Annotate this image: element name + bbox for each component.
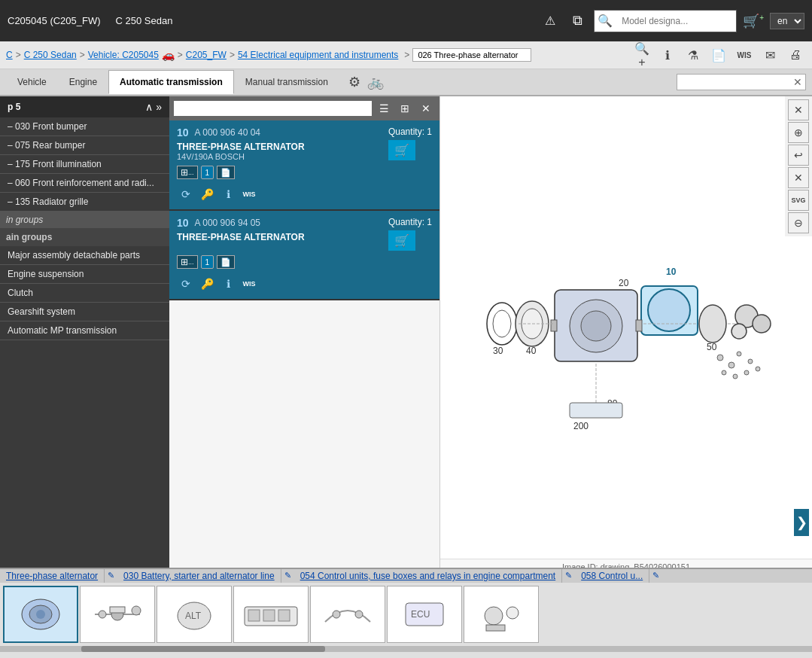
filter-icon[interactable]: ⚗ bbox=[683, 44, 704, 65]
thumb-label-3[interactable]: 058 Control u... bbox=[575, 569, 649, 583]
top-bar-right: ⚠ ⧉ 🔍 🛒+ en bbox=[540, 10, 804, 32]
svg-point-39 bbox=[36, 610, 45, 619]
part-1-key-icon[interactable]: 🔑 bbox=[198, 185, 216, 203]
print-icon[interactable]: 🖨 bbox=[785, 44, 806, 65]
thumb-label-0[interactable]: Three-phase alternator bbox=[0, 569, 105, 583]
sidebar-item-front-reinf[interactable]: – 060 Front reinforcement and radi... bbox=[0, 174, 169, 193]
chapter-dropdown[interactable]: 026 Three-phase alternator bbox=[412, 48, 531, 62]
thumb-label-2[interactable]: 054 Control units, fuse boxes and relays… bbox=[294, 569, 563, 583]
tab-manual-transmission[interactable]: Manual transmission bbox=[234, 70, 339, 94]
thumb-label-1-edit[interactable]: ✎ bbox=[281, 569, 294, 583]
tab-vehicle[interactable]: Vehicle bbox=[6, 70, 58, 94]
breadcrumb-vehicle[interactable]: Vehicle: C205045 bbox=[88, 50, 159, 60]
thumb-label-2-edit[interactable]: ✎ bbox=[562, 569, 575, 583]
part-2-badge[interactable]: 1 bbox=[201, 255, 214, 269]
part-2-table-icon[interactable]: ⊞ ... bbox=[177, 255, 198, 269]
image-cross-icon[interactable]: ✕ bbox=[788, 167, 809, 188]
sidebar-item-auto-mp[interactable]: Automatic MP transmission bbox=[0, 321, 169, 340]
sidebar-item-front-illum[interactable]: – 175 Front illumination bbox=[0, 155, 169, 174]
copy-icon[interactable]: ⧉ bbox=[567, 11, 588, 32]
part-2-refresh-icon[interactable]: ⟳ bbox=[177, 275, 195, 293]
sidebar-expand-btn[interactable]: » bbox=[156, 101, 162, 113]
thumb-label-1[interactable]: 030 Battery, starter and alternator line bbox=[117, 569, 281, 583]
image-undo-icon[interactable]: ↩ bbox=[788, 145, 809, 166]
tab-search-input[interactable] bbox=[680, 77, 793, 87]
model-search-input[interactable] bbox=[616, 13, 736, 29]
sidebar-item-rad-grille[interactable]: – 135 Radiator grille bbox=[0, 193, 169, 212]
part-2-info-icon[interactable]: ℹ bbox=[219, 275, 237, 293]
part-1-wis-icon[interactable]: WIS bbox=[240, 185, 258, 203]
sidebar-item-front-bumper[interactable]: – 030 Front bumper bbox=[0, 117, 169, 136]
thumb-item-5[interactable] bbox=[464, 586, 539, 643]
part-1-table-icon[interactable]: ⊞ ... bbox=[177, 166, 198, 179]
language-selector[interactable]: en bbox=[770, 13, 804, 29]
sidebar-item-gearshift[interactable]: Gearshift system bbox=[0, 303, 169, 321]
part-1-info-icon[interactable]: ℹ bbox=[219, 185, 237, 203]
thumb-item-1b[interactable]: ALT bbox=[157, 586, 232, 643]
thumb-item-4[interactable]: ECU bbox=[387, 586, 462, 643]
email-icon[interactable]: ✉ bbox=[759, 44, 780, 65]
sidebar-item-engine-susp[interactable]: Engine suspension bbox=[0, 265, 169, 284]
parts-close-icon[interactable]: ✕ bbox=[417, 99, 435, 117]
top-bar: C205045 (C205_FW) C 250 Sedan ⚠ ⧉ 🔍 🛒+ e… bbox=[0, 0, 812, 41]
breadcrumb-model[interactable]: C 250 Sedan bbox=[24, 50, 77, 60]
sidebar-item-clutch[interactable]: Clutch bbox=[0, 284, 169, 303]
thumbnail-scrollbar[interactable] bbox=[0, 646, 812, 652]
parts-list-icon[interactable]: ☰ bbox=[375, 99, 393, 117]
sidebar-scroll[interactable]: – 030 Front bumper – 075 Rear bumper – 1… bbox=[0, 117, 169, 574]
part-2-cart-btn[interactable]: 🛒 bbox=[388, 230, 415, 251]
zoom-in-icon[interactable]: 🔍+ bbox=[631, 44, 652, 65]
image-zoom-out-icon[interactable]: ⊖ bbox=[788, 212, 809, 233]
image-close-top-btn[interactable]: ✕ bbox=[788, 99, 809, 120]
svg-point-35 bbox=[756, 367, 760, 371]
parts-search-input[interactable] bbox=[174, 101, 372, 116]
tab-engine[interactable]: Engine bbox=[58, 70, 108, 94]
image-toolbar: ✕ ⊕ ↩ ✕ SVG ⊖ bbox=[785, 96, 812, 236]
image-svg-icon[interactable]: SVG bbox=[788, 190, 809, 211]
wis-icon[interactable]: WIS bbox=[734, 44, 755, 65]
cart-icon[interactable]: 🛒+ bbox=[743, 13, 764, 29]
info-icon[interactable]: ℹ bbox=[657, 44, 678, 65]
image-nav-down[interactable]: ❯ bbox=[794, 509, 809, 536]
tab-search-clear[interactable]: ✕ bbox=[793, 76, 802, 88]
sidebar-controls: ∧ » bbox=[145, 101, 162, 113]
doc-icon[interactable]: 📄 bbox=[708, 44, 729, 65]
breadcrumb: C > C 250 Sedan > Vehicle: C205045 🚗 > C… bbox=[6, 48, 531, 62]
thumb-label-0-edit[interactable]: ✎ bbox=[105, 569, 117, 583]
vehicle-icon[interactable]: 🚗 bbox=[162, 49, 175, 61]
part-item-1: 10 A 000 906 40 04 THREE-PHASE ALTERNATO… bbox=[169, 120, 439, 211]
parts-toolbar: ☰ ⊞ ✕ bbox=[169, 96, 439, 120]
parts-panel: ☰ ⊞ ✕ 10 A 000 906 40 04 THREE-PHASE ALT… bbox=[169, 96, 440, 574]
thumb-item-1[interactable] bbox=[80, 586, 155, 643]
part-1-doc-icon[interactable]: 📄 bbox=[217, 166, 235, 179]
part-1-badge[interactable]: 1 bbox=[201, 166, 214, 179]
warning-icon[interactable]: ⚠ bbox=[540, 11, 561, 32]
sidebar-item-rear-bumper[interactable]: – 075 Rear bumper bbox=[0, 136, 169, 155]
thumbnail-scrollbar-thumb[interactable] bbox=[81, 646, 325, 652]
part-2-doc-icon[interactable]: 📄 bbox=[217, 255, 235, 269]
thumb-label-3-edit[interactable]: ✎ bbox=[649, 569, 662, 583]
image-zoom-icon[interactable]: ⊕ bbox=[788, 122, 809, 143]
tab-auto-transmission[interactable]: Automatic transmission bbox=[108, 70, 234, 94]
search-icon[interactable]: 🔍 bbox=[595, 11, 616, 32]
image-area: 30 40 20 10 5 bbox=[440, 96, 812, 559]
svg-point-28 bbox=[717, 355, 723, 361]
thumb-item-3[interactable] bbox=[310, 586, 385, 643]
svg-text:50: 50 bbox=[707, 342, 717, 352]
thumb-item-0[interactable] bbox=[3, 586, 78, 643]
breadcrumb-fw[interactable]: C205_FW bbox=[186, 50, 227, 60]
breadcrumb-electrical[interactable]: 54 Electrical equipment and instruments bbox=[238, 50, 398, 60]
parts-grid-icon[interactable]: ⊞ bbox=[396, 99, 414, 117]
part-1-subtitle: 14V/190A BOSCH bbox=[177, 152, 305, 161]
part-2-wis-icon[interactable]: WIS bbox=[240, 275, 258, 293]
sidebar-item-major-assembly[interactable]: Major assembly detachable parts bbox=[0, 246, 169, 265]
breadcrumb-c[interactable]: C bbox=[6, 50, 13, 60]
tab-extra-icon2[interactable]: 🚲 bbox=[365, 72, 386, 93]
part-2-key-icon[interactable]: 🔑 bbox=[198, 275, 216, 293]
thumb-item-2[interactable] bbox=[233, 586, 309, 643]
part-1-cart-btn[interactable]: 🛒 bbox=[388, 140, 415, 160]
part-1-refresh-icon[interactable]: ⟳ bbox=[177, 185, 195, 203]
sidebar-collapse-btn[interactable]: ∧ bbox=[145, 101, 153, 113]
tab-extra-icon1[interactable]: ⚙ bbox=[344, 72, 365, 93]
thumb-1b-img: ALT bbox=[164, 592, 224, 637]
